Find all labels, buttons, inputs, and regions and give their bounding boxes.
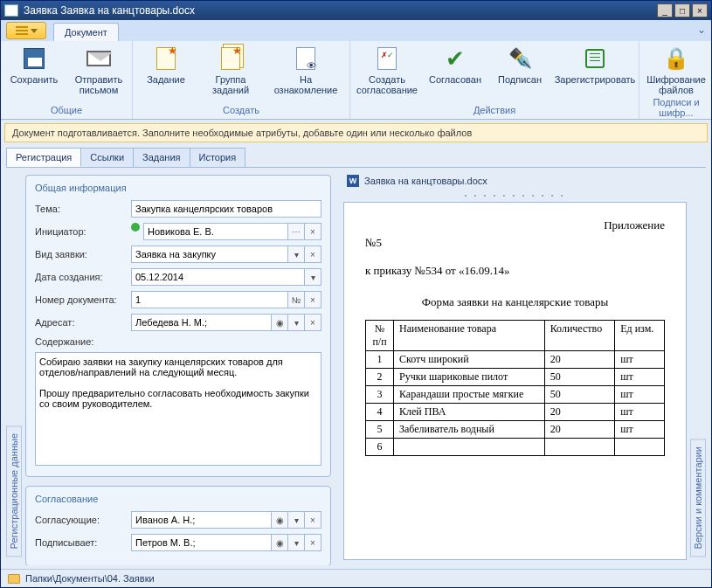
number-clear-button[interactable]: × bbox=[304, 291, 321, 308]
date-input[interactable] bbox=[131, 268, 305, 286]
lock-icon: 🔒 bbox=[662, 45, 690, 73]
footer-path: Папки\Документы\04. Заявки bbox=[25, 573, 155, 584]
close-button[interactable]: × bbox=[692, 3, 708, 17]
signer-dropdown-button[interactable]: ▾ bbox=[287, 534, 305, 551]
footer-breadcrumb[interactable]: Папки\Документы\04. Заявки bbox=[1, 569, 711, 587]
signed-button[interactable]: ✒️Подписан bbox=[492, 45, 548, 85]
initiator-lookup-button[interactable]: ⋯ bbox=[287, 223, 305, 240]
app-window: Заявка Заявка на канцтовары.docx _ □ × Д… bbox=[0, 0, 712, 588]
subject-input[interactable] bbox=[131, 200, 321, 218]
approval-doc-icon: ✗✓ bbox=[377, 47, 397, 70]
floppy-icon bbox=[24, 48, 45, 69]
approvers-presence-button[interactable]: ◉ bbox=[271, 511, 288, 529]
folder-icon bbox=[8, 574, 20, 584]
general-info-box: Общая информация Тема: Инициатор: ⋯ × Ви… bbox=[25, 175, 331, 477]
create-approval-button[interactable]: ✗✓Создать согласование bbox=[356, 45, 418, 95]
task-group-button[interactable]: Группа заданий bbox=[203, 45, 259, 95]
table-row: 4Клей ПВА20шт bbox=[366, 404, 665, 421]
stamp-icon bbox=[585, 49, 605, 68]
ribbon-collapse-icon[interactable]: ⌄ bbox=[697, 24, 706, 36]
side-tab-versions[interactable]: Версии и комментарии bbox=[690, 439, 706, 557]
app-menu-button[interactable] bbox=[6, 22, 46, 39]
tab-links[interactable]: Ссылки bbox=[80, 148, 134, 167]
number-label: Номер документа: bbox=[35, 294, 126, 305]
ribbon-group-create: Задание Группа заданий На ознакомление С… bbox=[133, 41, 350, 119]
type-input[interactable] bbox=[131, 246, 288, 263]
preview-order: к приказу №534 от «16.09.14» bbox=[365, 264, 665, 278]
date-label: Дата создания: bbox=[35, 272, 126, 282]
side-tab-registration-data[interactable]: Регистрационные данные bbox=[6, 425, 22, 557]
subject-label: Тема: bbox=[35, 204, 126, 214]
send-email-button[interactable]: Отправить письмом bbox=[71, 45, 127, 95]
app-icon bbox=[4, 4, 18, 17]
register-button[interactable]: Зарегистрировать bbox=[556, 45, 633, 85]
ribbon-group-signatures: 🔒Шифрование файлов Подписи и шифр... bbox=[639, 41, 712, 119]
minimize-button[interactable]: _ bbox=[657, 3, 673, 17]
file-header[interactable]: W Заявка на канцтовары.docx bbox=[343, 173, 687, 189]
table-row: 3Карандаши простые мягкие50шт bbox=[366, 386, 665, 404]
type-dropdown-button[interactable]: ▾ bbox=[287, 246, 305, 263]
approved-button[interactable]: ✔Согласован bbox=[427, 45, 483, 85]
content-label: Содержание: bbox=[35, 336, 126, 347]
document-tabs: Регистрация Ссылки Задания История bbox=[1, 148, 711, 167]
tab-tasks[interactable]: Задания bbox=[133, 148, 190, 167]
preview-number: №5 bbox=[365, 236, 665, 250]
number-input[interactable] bbox=[131, 291, 288, 308]
window-title: Заявка Заявка на канцтовары.docx bbox=[24, 4, 657, 17]
addressee-presence-button[interactable]: ◉ bbox=[271, 314, 288, 331]
preview-appendix: Приложение bbox=[365, 218, 665, 232]
word-icon: W bbox=[347, 175, 359, 187]
tab-registration[interactable]: Регистрация bbox=[6, 148, 81, 167]
maximize-button[interactable]: □ bbox=[674, 3, 690, 17]
signer-clear-button[interactable]: × bbox=[304, 534, 321, 551]
task-icon bbox=[156, 47, 176, 70]
table-row: 1Скотч широкий20шт bbox=[366, 351, 665, 369]
titlebar: Заявка Заявка на канцтовары.docx _ □ × bbox=[1, 1, 711, 20]
document-status-bar: Документ подготавливается. Заполните нео… bbox=[4, 123, 708, 142]
check-icon: ✔ bbox=[441, 45, 469, 73]
encrypt-files-button[interactable]: 🔒Шифрование файлов bbox=[645, 45, 708, 95]
date-dropdown-button[interactable]: ▾ bbox=[304, 268, 321, 286]
table-row: 6 bbox=[366, 439, 665, 456]
tab-history[interactable]: История bbox=[190, 148, 246, 167]
save-button[interactable]: Сохранить bbox=[6, 45, 62, 85]
initiator-clear-button[interactable]: × bbox=[304, 223, 321, 240]
ribbon-tab-strip: Документ ⌄ bbox=[1, 20, 711, 41]
review-button[interactable]: На ознакомление bbox=[267, 45, 344, 95]
number-assign-button[interactable]: № bbox=[287, 291, 305, 308]
approvers-dropdown-button[interactable]: ▾ bbox=[287, 511, 305, 529]
form-panel: Общая информация Тема: Инициатор: ⋯ × Ви… bbox=[22, 168, 336, 565]
type-clear-button[interactable]: × bbox=[304, 246, 321, 263]
initiator-label: Инициатор: bbox=[35, 226, 126, 237]
approvers-input[interactable] bbox=[131, 511, 272, 529]
signer-presence-button[interactable]: ◉ bbox=[271, 534, 288, 551]
preview-form-title: Форма заявки на канцелярские товары bbox=[365, 295, 665, 309]
approval-title: Согласование bbox=[35, 494, 321, 504]
approvers-label: Согласующие: bbox=[35, 515, 126, 525]
table-row: 5Забеливатель водный20шт bbox=[366, 421, 665, 439]
eye-doc-icon bbox=[296, 47, 315, 70]
table-header-row: № п/п Наименование товара Количество Ед … bbox=[366, 321, 665, 351]
approvers-clear-button[interactable]: × bbox=[304, 511, 321, 529]
signer-label: Подписывает: bbox=[35, 537, 126, 548]
file-name: Заявка на канцтовары.docx bbox=[364, 176, 487, 186]
task-button[interactable]: Задание bbox=[138, 45, 194, 85]
addressee-input[interactable] bbox=[131, 314, 272, 331]
initiator-input[interactable] bbox=[143, 223, 288, 240]
document-preview: Приложение №5 к приказу №534 от «16.09.1… bbox=[343, 202, 687, 560]
pen-icon: ✒️ bbox=[506, 45, 534, 73]
ribbon-tab-document[interactable]: Документ bbox=[53, 23, 119, 41]
type-label: Вид заявки: bbox=[35, 249, 126, 259]
general-info-title: Общая информация bbox=[35, 183, 321, 193]
addressee-dropdown-button[interactable]: ▾ bbox=[287, 314, 305, 331]
addressee-clear-button[interactable]: × bbox=[304, 314, 321, 331]
table-row: 2Ручки шариковые пилот50шт bbox=[366, 369, 665, 386]
envelope-icon bbox=[86, 51, 111, 66]
presence-icon bbox=[131, 223, 140, 232]
addressee-label: Адресат: bbox=[35, 317, 126, 328]
content-area: Регистрационные данные Общая информация … bbox=[6, 167, 706, 565]
splitter-grip[interactable]: • • • • • • • • • • • bbox=[343, 189, 687, 202]
ribbon: Сохранить Отправить письмом Общие Задани… bbox=[1, 41, 711, 120]
signer-input[interactable] bbox=[131, 534, 272, 551]
content-textarea[interactable]: Собираю заявки на закупку канцелярских т… bbox=[35, 352, 321, 466]
